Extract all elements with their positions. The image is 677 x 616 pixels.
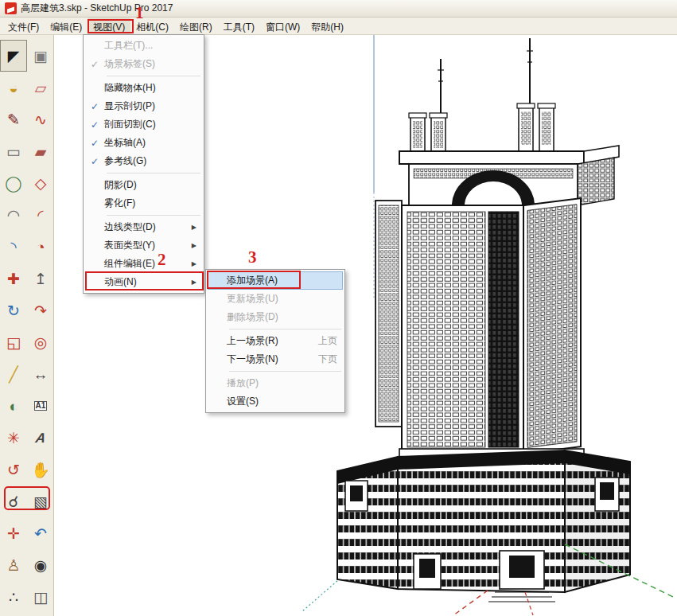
polygon-tool-icon: ◇	[35, 176, 47, 191]
text-tool[interactable]: A1	[27, 390, 54, 422]
position-camera-tool[interactable]: ♙	[0, 549, 27, 581]
menu-item-edge-style[interactable]: 边线类型(D)▶	[85, 218, 202, 236]
push-pull-tool-icon: ↥	[34, 271, 47, 287]
sketchup-app-icon	[5, 2, 17, 14]
zoom-extents-tool[interactable]: ✛	[0, 517, 27, 549]
menu-item-label: 播放(P)	[227, 376, 259, 390]
menu-item-scene-tabs: ✓场景标签(S)	[85, 55, 202, 73]
zoom-extents-tool-icon: ✛	[7, 526, 20, 541]
section-plane-tool-icon: ◫	[33, 590, 48, 605]
scale-tool[interactable]: ◱	[0, 326, 27, 358]
submenu-item-settings[interactable]: 设置(S)	[208, 392, 343, 411]
menu-separator	[229, 329, 341, 329]
menu-bar: 文件(F)编辑(E)视图(V)相机(C)绘图(R)工具(T)窗口(W)帮助(H)	[0, 18, 677, 35]
check-icon: ✓	[85, 59, 104, 70]
three-point-arc-tool-icon: ◝	[10, 240, 16, 255]
menubar-item-help[interactable]: 帮助(H)	[305, 18, 349, 34]
look-around-tool[interactable]: ◉	[27, 549, 54, 581]
menubar-item-view[interactable]: 视图(V)	[88, 18, 130, 34]
menu-item-section-cut[interactable]: ✓剖面切割(C)	[85, 115, 202, 134]
menu-separator	[107, 215, 200, 216]
axes-tool[interactable]: ✳	[0, 422, 27, 454]
menu-item-face-style[interactable]: 表面类型(Y)▶	[85, 236, 202, 255]
menu-item-axes[interactable]: ✓坐标轴(A)	[85, 134, 202, 152]
menu-item-animation[interactable]: 动画(N)▶	[85, 273, 202, 291]
menu-separator	[229, 371, 341, 372]
move-tool[interactable]: ✚	[0, 263, 27, 294]
menu-item-hidden-geometry[interactable]: 隐藏物体(H)	[85, 79, 202, 97]
paint-bucket-tool[interactable]: ◒	[0, 72, 27, 103]
menu-item-shortcut: 下页	[309, 353, 337, 366]
select-tool[interactable]: ◤	[0, 40, 27, 72]
submenu-item-next-scene[interactable]: 下一场景(N)下页	[208, 350, 343, 368]
pan-tool-icon: ✋	[31, 462, 50, 478]
position-camera-tool-icon: ♙	[6, 558, 20, 573]
menubar-item-tools[interactable]: 工具(T)	[218, 18, 260, 34]
pan-tool[interactable]: ✋	[27, 454, 54, 485]
submenu-arrow-icon: ▶	[192, 242, 196, 249]
previous-view-tool-icon: ↶	[34, 526, 47, 541]
freehand-tool[interactable]: ∿	[27, 103, 54, 135]
menu-item-shortcut: 上页	[309, 334, 337, 348]
menubar-item-draw[interactable]: 绘图(R)	[174, 18, 218, 34]
menu-item-label: 场景标签(S)	[104, 57, 155, 71]
menu-item-label: 剖面切割(C)	[104, 118, 156, 131]
submenu-item-delete-scene: 删除场景(D)	[208, 308, 343, 326]
menu-item-label: 下一场景(N)	[227, 353, 278, 366]
make-component-tool-icon: ▣	[33, 49, 48, 64]
rotate-tool[interactable]: ↻	[0, 294, 27, 326]
eraser-tool[interactable]: ▱	[27, 72, 54, 103]
zoom-window-tool[interactable]: ▧	[27, 485, 54, 517]
walk-tool[interactable]: ∴	[0, 581, 27, 613]
paint-bucket-tool-icon: ◒	[9, 80, 18, 96]
tape-measure-tool[interactable]: ╱	[0, 358, 27, 390]
orbit-tool-icon: ↺	[7, 462, 20, 478]
menu-item-guides[interactable]: ✓参考线(G)	[85, 152, 202, 170]
zoom-tool[interactable]: ☌	[0, 485, 27, 517]
menubar-item-edit[interactable]: 编辑(E)	[45, 18, 88, 34]
orbit-tool[interactable]: ↺	[0, 454, 27, 485]
pie-tool[interactable]: ◔	[27, 231, 54, 263]
zoom-window-tool-icon: ▧	[33, 494, 48, 509]
menu-item-component-edit[interactable]: 组件编辑(E)▶	[85, 255, 202, 273]
submenu-arrow-icon: ▶	[192, 260, 196, 267]
three-point-arc-tool[interactable]: ◝	[0, 231, 27, 263]
polygon-tool[interactable]: ◇	[27, 167, 54, 199]
line-tool[interactable]: ✎	[0, 103, 27, 135]
menu-item-label: 上一场景(R)	[227, 334, 278, 348]
menubar-item-window[interactable]: 窗口(W)	[260, 18, 305, 34]
previous-view-tool[interactable]: ↶	[27, 517, 54, 549]
menu-item-section-display[interactable]: ✓显示剖切(P)	[85, 97, 202, 115]
arc-tool[interactable]: ◠	[0, 199, 27, 231]
submenu-item-previous-scene[interactable]: 上一场景(R)上页	[208, 332, 343, 350]
three-d-text-tool-icon: A	[34, 431, 46, 445]
circle-tool[interactable]: ◯	[0, 167, 27, 199]
menu-separator	[107, 76, 200, 76]
menu-item-shadows[interactable]: 阴影(D)	[85, 176, 202, 194]
pie-tool-icon: ◔	[36, 240, 45, 255]
section-plane-tool[interactable]: ◫	[27, 581, 54, 613]
tool-palette: ◤▣◒▱✎∿▭▰◯◇◠◜◝◔✚↥↻↷◱◎╱↔◐A1✳A↺✋☌▧✛↶♙◉∴◫	[0, 35, 54, 616]
menu-item-fog[interactable]: 雾化(F)	[85, 194, 202, 212]
rectangle-tool[interactable]: ▭	[0, 135, 27, 167]
arc-tool-icon: ◠	[7, 208, 21, 223]
protractor-tool[interactable]: ◐	[0, 390, 27, 422]
look-around-tool-icon: ◉	[34, 558, 48, 573]
rotated-rectangle-tool[interactable]: ▰	[27, 135, 54, 167]
push-pull-tool[interactable]: ↥	[27, 263, 54, 294]
submenu-arrow-icon: ▶	[192, 224, 196, 231]
menubar-item-camera[interactable]: 相机(C)	[130, 18, 174, 34]
walk-tool-icon: ∴	[9, 590, 18, 605]
two-point-arc-tool[interactable]: ◜	[27, 199, 54, 231]
dimension-tool-icon: ↔	[33, 367, 49, 382]
menu-item-toolbars: 工具栏(T)...	[85, 37, 202, 55]
offset-tool[interactable]: ◎	[27, 326, 54, 358]
eraser-tool-icon: ▱	[35, 80, 47, 96]
make-component-tool[interactable]: ▣	[27, 40, 54, 72]
follow-me-tool[interactable]: ↷	[27, 294, 54, 326]
dimension-tool[interactable]: ↔	[27, 358, 54, 390]
menu-item-label: 更新场景(U)	[227, 292, 278, 306]
submenu-item-add-scene[interactable]: 添加场景(A)	[208, 271, 343, 290]
three-d-text-tool[interactable]: A	[27, 422, 54, 454]
menubar-item-file[interactable]: 文件(F)	[2, 18, 45, 34]
